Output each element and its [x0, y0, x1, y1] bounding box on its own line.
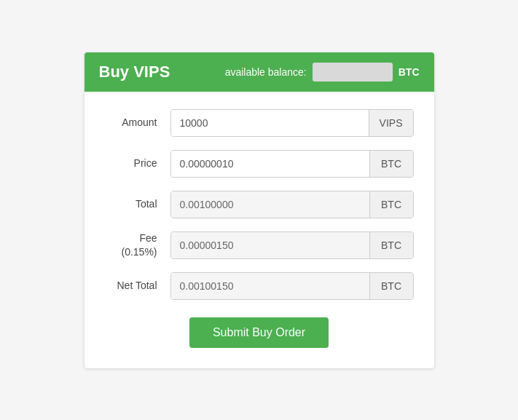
total-input-group: BTC — [170, 191, 414, 218]
balance-currency: BTC — [399, 66, 420, 78]
fee-label: Fee (0.15%) — [105, 231, 170, 258]
amount-label: Amount — [105, 116, 170, 129]
total-label: Total — [105, 197, 170, 210]
buy-vips-card: Buy VIPS available balance: BTC Amount V… — [85, 52, 434, 368]
submit-row: Submit Buy Order — [105, 317, 414, 348]
net-total-input — [171, 273, 369, 299]
balance-value-box — [313, 63, 393, 82]
card-body: Amount VIPS Price BTC Total BTC — [85, 92, 434, 368]
card-title: Buy VIPS — [99, 63, 170, 82]
fee-currency: BTC — [369, 232, 413, 258]
amount-currency: VIPS — [369, 110, 413, 136]
card-header: Buy VIPS available balance: BTC — [85, 52, 434, 92]
amount-input-group: VIPS — [170, 109, 414, 137]
price-input[interactable] — [171, 151, 369, 177]
balance-area: available balance: BTC — [225, 63, 420, 82]
amount-row: Amount VIPS — [105, 109, 414, 137]
price-input-group: BTC — [170, 150, 414, 178]
price-row: Price BTC — [105, 150, 414, 178]
net-total-currency: BTC — [369, 273, 413, 299]
price-currency: BTC — [369, 151, 413, 177]
fee-input-group: BTC — [170, 231, 414, 259]
net-total-label: Net Total — [105, 279, 170, 292]
total-currency: BTC — [369, 191, 413, 218]
net-total-input-group: BTC — [170, 272, 414, 300]
balance-label: available balance: — [225, 66, 307, 78]
fee-input — [171, 232, 369, 258]
submit-buy-order-button[interactable]: Submit Buy Order — [189, 317, 329, 348]
fee-row: Fee (0.15%) BTC — [105, 231, 414, 259]
price-label: Price — [105, 156, 170, 170]
total-input — [171, 191, 369, 218]
net-total-row: Net Total BTC — [105, 272, 414, 300]
total-row: Total BTC — [105, 191, 414, 218]
amount-input[interactable] — [171, 110, 369, 136]
